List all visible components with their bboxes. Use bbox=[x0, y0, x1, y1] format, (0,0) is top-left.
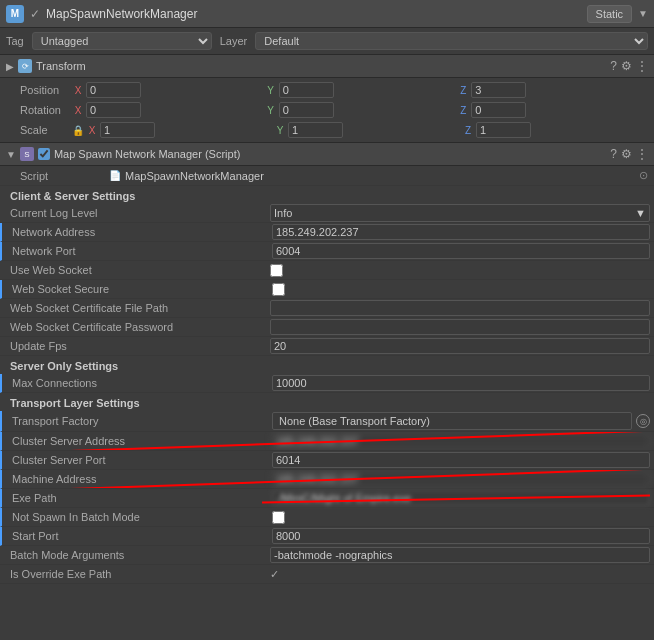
cluster-server-address-input[interactable] bbox=[272, 433, 650, 449]
transform-body: Position X Y Z Rotation X Y Z Scale bbox=[0, 78, 654, 142]
ws-cert-pass-input[interactable] bbox=[270, 319, 650, 335]
update-fps-input[interactable] bbox=[270, 338, 650, 354]
y-axis-label: Y bbox=[265, 85, 277, 96]
script-section-icon: S bbox=[20, 147, 34, 161]
rotation-z-input[interactable] bbox=[471, 102, 526, 118]
settings-body: Client & Server Settings Current Log Lev… bbox=[0, 186, 654, 586]
cluster-server-address-row: Cluster Server Address bbox=[0, 432, 654, 451]
scale-label: Scale bbox=[20, 124, 70, 136]
scale-z-field: Z bbox=[462, 122, 648, 138]
network-port-row: Network Port bbox=[0, 242, 654, 261]
cluster-server-port-input[interactable] bbox=[272, 452, 650, 468]
batch-mode-args-label: Batch Mode Arguments bbox=[10, 549, 270, 561]
tag-label: Tag bbox=[6, 35, 24, 47]
script-target-icon[interactable]: ⊙ bbox=[639, 169, 648, 182]
component-icon: M bbox=[6, 5, 24, 23]
transform-section-header: ▶ ⟳ Transform ? ⚙ ⋮ bbox=[0, 54, 654, 78]
network-port-input[interactable] bbox=[272, 243, 650, 259]
start-port-input[interactable] bbox=[272, 528, 650, 544]
transport-factory-circle-icon[interactable]: ◎ bbox=[636, 414, 650, 428]
rz-axis-label: Z bbox=[457, 105, 469, 116]
ws-cert-file-input[interactable] bbox=[270, 300, 650, 316]
sx-axis-label: X bbox=[86, 125, 98, 136]
rotation-y-input[interactable] bbox=[279, 102, 334, 118]
rx-axis-label: X bbox=[72, 105, 84, 116]
script-file-row: Script 📄 MapSpawnNetworkManager ⊙ bbox=[0, 166, 654, 186]
use-web-socket-label: Use Web Socket bbox=[10, 264, 270, 276]
machine-address-row: Machine Address bbox=[0, 470, 654, 489]
script-settings-icon[interactable]: ⚙ bbox=[621, 147, 632, 161]
static-dropdown-arrow[interactable]: ▼ bbox=[638, 8, 648, 19]
scale-x-input[interactable] bbox=[100, 122, 155, 138]
rotation-row: Rotation X Y Z bbox=[0, 100, 654, 120]
sz-axis-label: Z bbox=[462, 125, 474, 136]
use-web-socket-checkbox[interactable] bbox=[270, 264, 283, 277]
rotation-label: Rotation bbox=[20, 104, 70, 116]
tag-layer-row: Tag Untagged Layer Default bbox=[0, 28, 654, 54]
scale-row: Scale 🔒 X Y Z bbox=[0, 120, 654, 140]
scale-y-field: Y bbox=[274, 122, 460, 138]
position-y-input[interactable] bbox=[279, 82, 334, 98]
cluster-server-port-label: Cluster Server Port bbox=[12, 454, 272, 466]
web-socket-secure-checkbox[interactable] bbox=[272, 283, 285, 296]
scale-y-input[interactable] bbox=[288, 122, 343, 138]
transform-settings-icon[interactable]: ⚙ bbox=[621, 59, 632, 73]
ws-cert-file-row: Web Socket Certificate File Path bbox=[0, 299, 654, 318]
z-axis-label: Z bbox=[457, 85, 469, 96]
not-spawn-batch-checkbox[interactable] bbox=[272, 511, 285, 524]
header-bar: M ✓ MapSpawnNetworkManager Static ▼ bbox=[0, 0, 654, 28]
scale-lock-icon[interactable]: 🔒 bbox=[72, 125, 84, 136]
transform-fold-button[interactable]: ▶ bbox=[6, 61, 14, 72]
machine-address-label: Machine Address bbox=[12, 473, 272, 485]
transform-icon: ⟳ bbox=[18, 59, 32, 73]
script-section-header: ▼ S Map Spawn Network Manager (Script) ?… bbox=[0, 142, 654, 166]
rotation-x-field: X bbox=[72, 102, 263, 118]
max-connections-input[interactable] bbox=[272, 375, 650, 391]
position-x-input[interactable] bbox=[86, 82, 141, 98]
update-fps-row: Update Fps bbox=[0, 337, 654, 356]
ws-cert-pass-row: Web Socket Certificate Password bbox=[0, 318, 654, 337]
transform-help-icon[interactable]: ? bbox=[610, 59, 617, 73]
max-connections-label: Max Connections bbox=[12, 377, 272, 389]
update-fps-label: Update Fps bbox=[10, 340, 270, 352]
position-label: Position bbox=[20, 84, 70, 96]
layer-label: Layer bbox=[220, 35, 248, 47]
batch-mode-args-input[interactable] bbox=[270, 547, 650, 563]
exe-path-input[interactable] bbox=[272, 490, 650, 506]
transform-menu-icon[interactable]: ⋮ bbox=[636, 59, 648, 73]
machine-address-input[interactable] bbox=[272, 471, 650, 487]
script-enable-checkbox[interactable] bbox=[38, 148, 50, 160]
position-y-field: Y bbox=[265, 82, 456, 98]
script-section-title: Map Spawn Network Manager (Script) bbox=[54, 148, 606, 160]
transform-title: Transform bbox=[36, 60, 606, 72]
transport-factory-dropdown[interactable]: None (Base Transport Factory) bbox=[272, 412, 632, 430]
script-body: Script 📄 MapSpawnNetworkManager ⊙ bbox=[0, 166, 654, 186]
is-override-label: Is Override Exe Path bbox=[10, 568, 270, 580]
transport-factory-value: None (Base Transport Factory) bbox=[279, 415, 430, 427]
is-override-row: Is Override Exe Path ✓ bbox=[0, 565, 654, 584]
position-z-field: Z bbox=[457, 82, 648, 98]
sy-axis-label: Y bbox=[274, 125, 286, 136]
tag-select[interactable]: Untagged bbox=[32, 32, 212, 50]
log-level-value: Info bbox=[274, 207, 292, 219]
rotation-y-field: Y bbox=[265, 102, 456, 118]
log-level-dropdown[interactable]: Info ▼ bbox=[270, 204, 650, 222]
script-menu-icon[interactable]: ⋮ bbox=[636, 147, 648, 161]
position-z-input[interactable] bbox=[471, 82, 526, 98]
network-address-row: Network Address bbox=[0, 223, 654, 242]
network-port-label: Network Port bbox=[12, 245, 272, 257]
scale-z-input[interactable] bbox=[476, 122, 531, 138]
not-spawn-batch-label: Not Spawn In Batch Mode bbox=[12, 511, 272, 523]
layer-select[interactable]: Default bbox=[255, 32, 648, 50]
header-check[interactable]: ✓ bbox=[30, 7, 40, 21]
cluster-server-address-label: Cluster Server Address bbox=[12, 435, 272, 447]
log-level-arrow: ▼ bbox=[635, 207, 646, 219]
network-address-input[interactable] bbox=[272, 224, 650, 240]
transform-section-icons: ? ⚙ ⋮ bbox=[610, 59, 648, 73]
script-help-icon[interactable]: ? bbox=[610, 147, 617, 161]
script-fold-button[interactable]: ▼ bbox=[6, 149, 16, 160]
script-file-label: Script bbox=[20, 170, 105, 182]
rotation-x-input[interactable] bbox=[86, 102, 141, 118]
scale-x-field: X bbox=[86, 122, 272, 138]
static-button[interactable]: Static bbox=[587, 5, 633, 23]
